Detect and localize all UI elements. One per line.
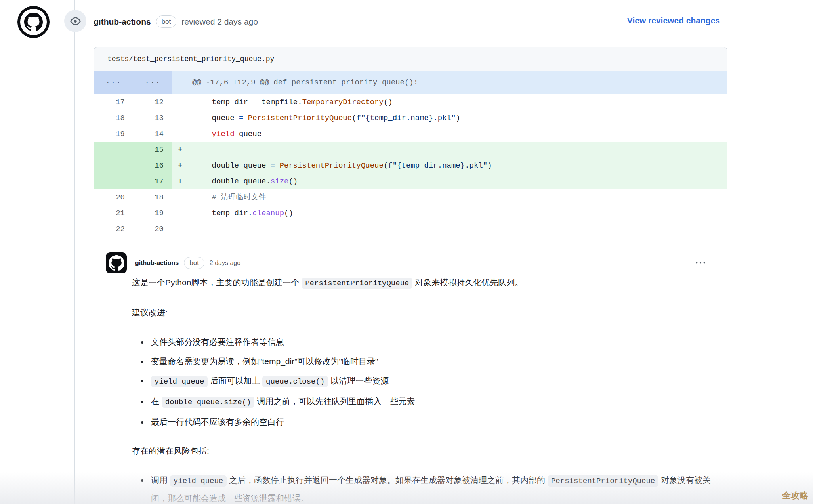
avatar[interactable] [17, 6, 50, 38]
code-line-content: queue = PersistentPriorityQueue(f"{temp_… [172, 110, 727, 126]
github-mark-icon [24, 13, 43, 31]
code-token: queue [194, 114, 239, 122]
diff-hunk-header: @@ -17,6 +12,9 @@ def persistent_priorit… [172, 71, 418, 94]
new-line-number[interactable]: 17 [133, 174, 172, 189]
review-author[interactable]: github-actions [94, 17, 151, 27]
comment-text: 建议改进: [132, 308, 168, 317]
timeline-rail [74, 0, 75, 504]
diff-hunk-row: ... ... @@ -17,6 +12,9 @@ def persistent… [94, 71, 727, 94]
old-line-number[interactable] [94, 158, 133, 174]
old-line-number[interactable]: 20 [94, 189, 133, 205]
comment-timestamp[interactable]: 2 days ago [210, 260, 240, 267]
hunk-new-marker: ... [133, 71, 172, 94]
code-token: PersistentPriorityQueue [280, 161, 384, 170]
comment-paragraph: 这是一个Python脚本，主要的功能是创建一个 PersistentPriori… [132, 274, 711, 292]
comment-menu-button[interactable] [692, 257, 709, 269]
code-token: cleanup [252, 209, 284, 218]
view-reviewed-changes-link[interactable]: View reviewed changes [627, 16, 720, 25]
code-line-content: yield queue [172, 126, 727, 142]
code-token [275, 161, 279, 170]
diff-marker [178, 94, 194, 110]
new-line-number[interactable]: 16 [133, 158, 172, 174]
code-token: () [384, 98, 393, 107]
comment-text: 在 [151, 397, 162, 406]
comment-list: 调用 yield queue 之后，函数停止执行并返回一个生成器对象。如果在生成… [132, 472, 711, 504]
diff-marker: + [178, 174, 194, 189]
review-action-text: reviewed 2 days ago [181, 17, 258, 27]
new-line-number[interactable]: 19 [133, 205, 172, 221]
code-token: ( [384, 161, 388, 170]
code-token [243, 114, 248, 122]
old-line-number[interactable] [94, 174, 133, 189]
code-token: queue [235, 130, 261, 138]
code-token: # 清理临时文件 [212, 193, 266, 202]
comment-header: github-actions bot 2 days ago [106, 252, 709, 273]
old-line-number[interactable]: 17 [94, 94, 133, 110]
code-line-content: # 清理临时文件 [172, 189, 727, 205]
code-line-content: + double_queue = PersistentPriorityQueue… [172, 158, 727, 174]
inline-code: queue.close() [262, 376, 328, 387]
code-token: = [239, 114, 243, 122]
code-line-content [172, 221, 727, 237]
comment-text: 变量命名需要更为易读，例如"temp_dir"可以修改为"临时目录" [151, 357, 378, 366]
diff-marker [178, 189, 194, 205]
old-line-number[interactable]: 22 [94, 221, 133, 237]
list-item: 调用 yield queue 之后，函数停止执行并返回一个生成器对象。如果在生成… [149, 472, 711, 504]
code-token: double_queue. [194, 177, 271, 186]
code-token: PersistentPriorityQueue [248, 114, 352, 122]
new-line-number[interactable]: 20 [133, 221, 172, 237]
diff-file-header: tests/test_persistent_priority_queue.py [94, 47, 727, 71]
new-line-number[interactable]: 18 [133, 189, 172, 205]
old-line-number[interactable]: 18 [94, 110, 133, 126]
diff-expand-gutter[interactable]: ... ... [94, 71, 172, 94]
diff-line: 16+ double_queue = PersistentPriorityQue… [94, 158, 727, 174]
inline-code: yield queue [170, 475, 227, 487]
diff-line: 2119 temp_dir.cleanup() [94, 205, 727, 221]
comment-text: 调用 [151, 475, 170, 485]
review-header: github-actions bot reviewed 2 days ago [94, 15, 258, 28]
new-line-number[interactable]: 12 [133, 94, 172, 110]
avatar[interactable] [106, 252, 127, 273]
comment-text: 后面可以加上 [208, 376, 262, 385]
code-token: f"{temp_dir.name}.pkl" [357, 114, 456, 122]
code-token: size [271, 177, 289, 186]
old-line-number[interactable] [94, 142, 133, 158]
diff-marker [178, 205, 194, 221]
inline-code: PersistentPriorityQueue [548, 475, 658, 487]
diff-line: 2018 # 清理临时文件 [94, 189, 727, 205]
comment-text: 之后，函数停止执行并返回一个生成器对象。如果在生成器对象被清理之前，其内部的 [227, 475, 548, 485]
diff-line: 1914 yield queue [94, 126, 727, 142]
comment-text: 调用之前，可以先往队列里面插入一些元素 [254, 397, 415, 406]
bot-badge: bot [184, 257, 204, 269]
comment-text: 以清理一些资源 [328, 376, 389, 385]
kebab-horizontal-icon [696, 258, 705, 268]
list-item: 变量命名需要更为易读，例如"temp_dir"可以修改为"临时目录" [149, 353, 711, 370]
new-line-number[interactable]: 14 [133, 126, 172, 142]
old-line-number[interactable]: 21 [94, 205, 133, 221]
diff-marker [178, 126, 194, 142]
list-item: yield queue 后面可以加上 queue.close() 以清理一些资源 [149, 372, 711, 390]
inline-code: yield queue [151, 376, 208, 387]
code-token: ( [352, 114, 356, 122]
new-line-number[interactable]: 13 [133, 110, 172, 126]
new-line-number[interactable]: 15 [133, 142, 172, 158]
code-line-content: + double_queue.size() [172, 174, 727, 189]
diff-line: 1712 temp_dir = tempfile.TemporaryDirect… [94, 94, 727, 110]
comment-author[interactable]: github-actions [135, 260, 179, 267]
old-line-number[interactable]: 19 [94, 126, 133, 142]
diff-file-name[interactable]: tests/test_persistent_priority_queue.py [107, 55, 274, 63]
code-token: ) [456, 114, 460, 122]
comment-body: 这是一个Python脚本，主要的功能是创建一个 PersistentPriori… [132, 274, 711, 504]
comment-paragraph: 存在的潜在风险包括: [132, 442, 711, 459]
comment-text: 最后一行代码不应该有多余的空白行 [151, 417, 284, 426]
code-line-content: temp_dir = tempfile.TemporaryDirectory() [172, 94, 727, 110]
review-comment: github-actions bot 2 days ago 这是一个Python… [94, 239, 727, 504]
diff-marker: + [178, 158, 194, 174]
code-token: = [252, 98, 257, 107]
diff-code-body: 1712 temp_dir = tempfile.TemporaryDirect… [94, 94, 727, 239]
code-token: () [288, 177, 298, 186]
watermark: 全攻略 [782, 490, 808, 502]
code-line-content: temp_dir.cleanup() [172, 205, 727, 221]
diff-line: 1813 queue = PersistentPriorityQueue(f"{… [94, 110, 727, 126]
list-item: 文件头部分没有必要注释作者等信息 [149, 333, 711, 350]
